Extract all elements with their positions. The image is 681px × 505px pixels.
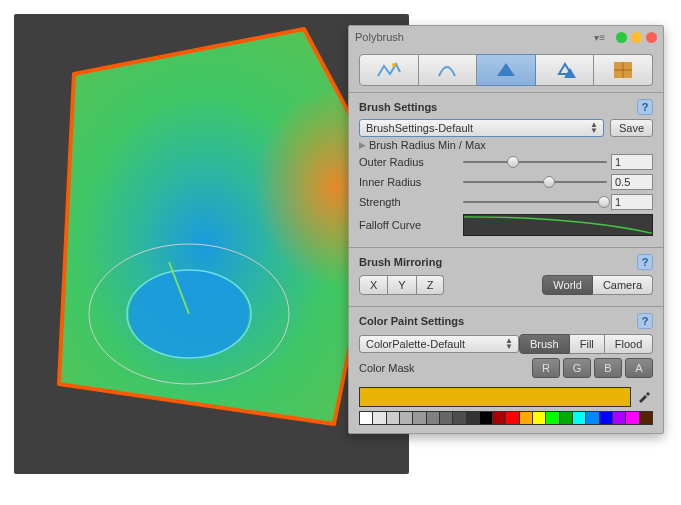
color-swatch[interactable] <box>440 412 453 424</box>
color-swatch[interactable] <box>640 412 652 424</box>
help-icon[interactable]: ? <box>637 99 653 115</box>
strength-slider[interactable] <box>459 201 611 203</box>
brush-settings-section: Brush Settings ? BrushSettings-Default ▲… <box>349 92 663 247</box>
mode-prefab[interactable] <box>536 54 595 86</box>
color-swatch[interactable] <box>626 412 639 424</box>
space-camera-button[interactable]: Camera <box>593 275 653 295</box>
outer-radius-field[interactable]: 1 <box>611 154 653 170</box>
color-swatch[interactable] <box>546 412 559 424</box>
color-icon <box>493 60 519 80</box>
mirror-axes-group: X Y Z <box>359 275 444 295</box>
brush-mirroring-section: Brush Mirroring ? X Y Z World Camera <box>349 247 663 306</box>
color-swatch[interactable] <box>613 412 626 424</box>
foldout-triangle-icon: ▶ <box>359 140 366 150</box>
color-swatch[interactable] <box>467 412 480 424</box>
color-mask-label: Color Mask <box>359 362 459 374</box>
caret-icon: ▲▼ <box>505 338 513 350</box>
palette-preset-dropdown[interactable]: ColorPalette-Default ▲▼ <box>359 335 519 353</box>
window-button-red[interactable] <box>646 32 657 43</box>
panel-titlebar[interactable]: Polybrush ▾≡ <box>349 26 663 48</box>
color-swatch[interactable] <box>400 412 413 424</box>
inner-radius-label: Inner Radius <box>359 176 459 188</box>
slider-thumb[interactable] <box>598 196 610 208</box>
palette-preset-value: ColorPalette-Default <box>366 338 465 350</box>
svg-point-2 <box>392 63 396 67</box>
mode-flood-button[interactable]: Flood <box>605 334 654 354</box>
color-paint-heading: Color Paint Settings <box>359 315 464 327</box>
mode-toolbar <box>349 48 663 92</box>
color-swatch[interactable] <box>387 412 400 424</box>
outer-radius-slider[interactable] <box>459 161 611 163</box>
texture-icon <box>612 60 634 80</box>
color-swatch[interactable] <box>560 412 573 424</box>
save-button[interactable]: Save <box>610 119 653 137</box>
radius-foldout[interactable]: ▶ Brush Radius Min / Max <box>359 139 653 151</box>
slider-thumb[interactable] <box>507 156 519 168</box>
sculpt-icon <box>376 60 402 80</box>
brush-preset-dropdown[interactable]: BrushSettings-Default ▲▼ <box>359 119 604 137</box>
falloff-label: Falloff Curve <box>359 219 459 231</box>
brush-preset-value: BrushSettings-Default <box>366 122 473 134</box>
mask-g-button[interactable]: G <box>563 358 591 378</box>
mode-fill-button[interactable]: Fill <box>570 334 605 354</box>
inner-radius-field[interactable]: 0.5 <box>611 174 653 190</box>
current-color-field[interactable] <box>359 387 631 407</box>
space-world-button[interactable]: World <box>542 275 593 295</box>
eyedropper-icon <box>637 389 651 403</box>
radius-foldout-label: Brush Radius Min / Max <box>369 139 486 151</box>
falloff-curve-field[interactable] <box>463 214 653 236</box>
mask-a-button[interactable]: A <box>625 358 653 378</box>
window-button-yellow[interactable] <box>631 32 642 43</box>
mirror-z-button[interactable]: Z <box>417 275 445 295</box>
mirroring-heading: Brush Mirroring <box>359 256 442 268</box>
polybrush-panel: Polybrush ▾≡ Brush Settings ? <box>348 25 664 434</box>
color-swatch[interactable] <box>586 412 599 424</box>
paint-mode-group: Brush Fill Flood <box>519 334 653 354</box>
caret-icon: ▲▼ <box>590 122 598 134</box>
color-swatch[interactable] <box>453 412 466 424</box>
color-palette <box>359 411 653 425</box>
mirror-y-button[interactable]: Y <box>388 275 416 295</box>
panel-title: Polybrush <box>355 31 404 43</box>
color-swatch[interactable] <box>600 412 613 424</box>
mask-b-button[interactable]: B <box>594 358 622 378</box>
color-swatch[interactable] <box>533 412 546 424</box>
color-swatch[interactable] <box>480 412 493 424</box>
eyedropper-button[interactable] <box>635 387 653 405</box>
inner-radius-slider[interactable] <box>459 181 611 183</box>
smooth-icon <box>436 60 458 80</box>
svg-marker-0 <box>59 29 384 424</box>
mode-color[interactable] <box>477 54 536 86</box>
mode-sculpt[interactable] <box>359 54 419 86</box>
strength-field[interactable]: 1 <box>611 194 653 210</box>
mode-smooth[interactable] <box>419 54 478 86</box>
mirror-x-button[interactable]: X <box>359 275 388 295</box>
brush-settings-heading: Brush Settings <box>359 101 437 113</box>
svg-marker-3 <box>497 63 515 76</box>
color-swatch[interactable] <box>520 412 533 424</box>
color-swatch[interactable] <box>427 412 440 424</box>
mask-r-button[interactable]: R <box>532 358 560 378</box>
window-button-green[interactable] <box>616 32 627 43</box>
help-icon[interactable]: ? <box>637 313 653 329</box>
tab-menu-icon[interactable]: ▾≡ <box>594 32 605 43</box>
slider-thumb[interactable] <box>543 176 555 188</box>
color-swatch[interactable] <box>493 412 506 424</box>
prefab-icon <box>553 60 577 80</box>
strength-label: Strength <box>359 196 459 208</box>
mode-brush-button[interactable]: Brush <box>519 334 570 354</box>
color-paint-section: Color Paint Settings ? ColorPalette-Defa… <box>349 306 663 433</box>
help-icon[interactable]: ? <box>637 254 653 270</box>
outer-radius-label: Outer Radius <box>359 156 459 168</box>
color-swatch[interactable] <box>413 412 426 424</box>
color-swatch[interactable] <box>506 412 519 424</box>
color-swatch[interactable] <box>573 412 586 424</box>
color-swatch[interactable] <box>373 412 386 424</box>
mirror-space-group: World Camera <box>542 275 653 295</box>
color-swatch[interactable] <box>360 412 373 424</box>
mode-texture[interactable] <box>594 54 653 86</box>
